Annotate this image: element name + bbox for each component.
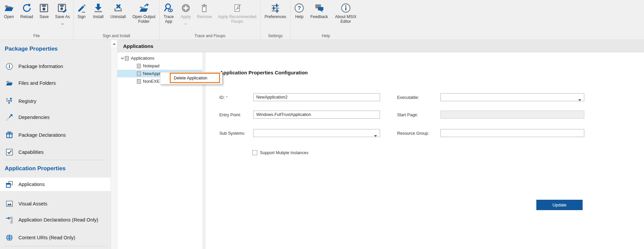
chevron-down-icon xyxy=(184,20,187,26)
msix-editor-window: Open Reload Save xyxy=(0,0,644,249)
uninstall-button[interactable]: Uninstall xyxy=(108,2,128,19)
ribbon-group-sign-install: Sign Install Uninstall xyxy=(73,0,160,40)
executable-label: Executable: xyxy=(397,95,419,100)
open-folder-icon xyxy=(4,2,14,14)
ribbon-group-file-label: File xyxy=(0,34,73,38)
scrollbar-up-button[interactable] xyxy=(111,40,117,48)
svg-text:?: ? xyxy=(298,5,301,11)
ribbon-group-trace-fixups: Trace App Apply Remove xyxy=(160,0,261,40)
info-icon xyxy=(5,63,13,70)
save-label: Save xyxy=(40,15,49,19)
executable-combobox[interactable] xyxy=(440,93,584,101)
support-multiple-instances-checkbox[interactable] xyxy=(252,150,257,155)
reload-icon xyxy=(22,2,32,14)
sidebar-item-label: Content URIs (Read Only) xyxy=(18,235,75,240)
remove-label: Remove xyxy=(197,15,212,19)
sidebar-item-label: Package Declarations xyxy=(18,132,66,138)
save-icon xyxy=(39,2,49,14)
open-button[interactable]: Open xyxy=(1,2,17,19)
checkbox-check-icon xyxy=(5,148,13,156)
start-page-input xyxy=(440,111,584,119)
document-wrench-icon xyxy=(232,2,242,14)
feedback-label: Feedback xyxy=(310,15,328,19)
document-icon xyxy=(137,64,141,68)
update-button[interactable]: Update xyxy=(536,200,583,210)
open-output-folder-button[interactable]: Open Output Folder xyxy=(129,2,159,24)
id-input[interactable] xyxy=(253,93,380,101)
save-as-button[interactable]: Save As xyxy=(53,2,72,26)
context-menu: Delete Application xyxy=(160,72,222,84)
tree-root-label: Applications xyxy=(131,56,154,61)
info-circle-icon xyxy=(341,2,351,14)
about-msix-editor-button[interactable]: About MSIX Editor xyxy=(332,2,360,24)
reload-button[interactable]: Reload xyxy=(18,2,36,19)
chevron-down-icon[interactable] xyxy=(61,20,64,26)
application-properties-form: Application Properties Configuration ID:… xyxy=(206,52,644,249)
sidebar-item-registry[interactable]: Registry xyxy=(0,95,111,108)
sidebar-item-dependencies[interactable]: Dependencies xyxy=(0,111,111,124)
sidebar-item-capabilities[interactable]: Capabilities xyxy=(0,145,111,159)
delete-application-menu-item[interactable]: Delete Application xyxy=(170,73,220,83)
sidebar-scrollbar[interactable] xyxy=(111,40,117,249)
globe-icon xyxy=(5,234,13,241)
dependencies-arrow-icon xyxy=(5,114,13,121)
chevron-down-icon xyxy=(578,97,581,103)
trace-app-button[interactable]: Trace App xyxy=(161,2,177,24)
ribbon-group-file: Open Reload Save xyxy=(0,0,73,40)
tree-item-notepad[interactable]: Notepad xyxy=(117,62,202,70)
preferences-button[interactable]: Preferences xyxy=(262,2,289,19)
sidebar-item-visual-assets[interactable]: Visual Assets xyxy=(0,197,111,210)
sign-button[interactable]: Sign xyxy=(74,2,89,19)
ribbon-toolbar: Open Reload Save xyxy=(0,0,644,40)
save-button[interactable]: Save xyxy=(36,2,52,19)
sidebar-item-application-declarations[interactable]: Application Declarations (Read Only) xyxy=(0,213,111,227)
entry-point-input[interactable] xyxy=(253,111,380,119)
install-button[interactable]: Install xyxy=(90,2,107,19)
sidebar-item-label: Registry xyxy=(18,99,36,104)
resource-group-label: Resource Group: xyxy=(397,131,429,136)
sidebar-divider xyxy=(4,246,107,246)
sidebar-item-content-uris[interactable]: Content URIs (Read Only) xyxy=(0,231,111,244)
ribbon-group-sign-install-label: Sign and Install xyxy=(73,34,159,38)
folder-icon xyxy=(5,79,13,87)
tree-item-label: Notepad xyxy=(143,63,159,68)
ribbon-group-settings-label: Settings xyxy=(261,34,290,38)
sidebar-item-files-and-folders[interactable]: Files and Folders xyxy=(0,76,111,90)
open-label: Open xyxy=(4,15,14,19)
arrow-list-icon xyxy=(5,216,13,224)
sidebar-item-applications[interactable]: Applications xyxy=(0,178,111,191)
sidebar-item-label: Visual Assets xyxy=(18,201,47,206)
preferences-label: Preferences xyxy=(265,15,286,19)
sub-systems-combobox[interactable] xyxy=(253,129,380,137)
support-multiple-instances-label: Support Mutiple Instances xyxy=(260,150,309,155)
sidebar-item-label: Files and Folders xyxy=(18,80,56,86)
ribbon-group-trace-fixups-label: Trace and Fixups xyxy=(160,34,260,38)
chevron-down-icon[interactable] xyxy=(120,57,125,59)
ribbon-group-settings: Preferences Settings xyxy=(261,0,290,40)
document-icon xyxy=(125,56,129,61)
page-title: Applications xyxy=(123,43,153,49)
application-properties-heading: Application Properties xyxy=(5,165,65,172)
feedback-bubbles-icon xyxy=(314,2,324,14)
tree-root-applications[interactable]: Applications xyxy=(117,54,202,62)
image-icon xyxy=(5,200,13,207)
sidebar-item-package-information[interactable]: Package Information xyxy=(0,60,111,73)
triangle-up-icon xyxy=(113,43,116,45)
sidebar-divider xyxy=(4,160,107,160)
sidebar-item-label: Application Declarations (Read Only) xyxy=(18,217,98,223)
feedback-button[interactable]: Feedback xyxy=(308,2,330,19)
sub-systems-label: Sub Systems: xyxy=(219,131,245,136)
pencil-icon xyxy=(76,2,87,14)
apply-recommended-fixups-button: Apply Recommended Fixups xyxy=(215,2,259,24)
uninstall-x-icon xyxy=(113,2,123,14)
sidebar-item-package-declarations[interactable]: Package Declarations xyxy=(0,128,111,142)
install-label: Install xyxy=(93,15,103,19)
required-asterisk: * xyxy=(226,95,227,100)
ribbon-group-help: ? Help Feedback About MSIX Editor xyxy=(290,0,361,40)
help-button[interactable]: ? Help xyxy=(292,2,307,19)
tree-item-label: NonEXE xyxy=(143,79,160,84)
help-label: Help xyxy=(295,15,304,19)
resource-group-input[interactable] xyxy=(440,129,584,137)
uninstall-label: Uninstall xyxy=(110,15,126,19)
sign-label: Sign xyxy=(77,15,86,19)
